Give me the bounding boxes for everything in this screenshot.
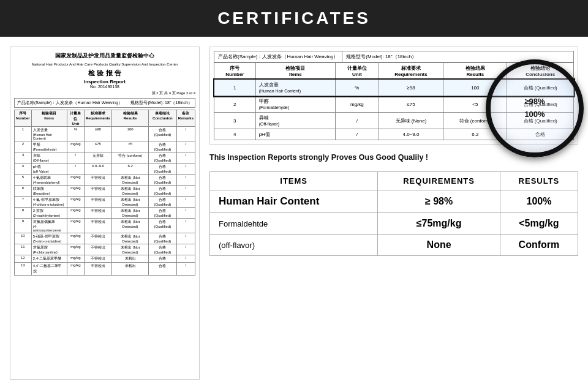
cell-item: 对氨基偶氮苯(4-aminoazobenzene) <box>31 219 67 233</box>
cell-number: 1 <box>15 127 32 141</box>
cell-result: 未检出 (Not Detected) <box>111 197 148 208</box>
inspection-center-name-zh: 国家发制品及护发用品质量监督检验中心 National Hair Product… <box>14 52 195 67</box>
cell-req: 不得检出 <box>84 219 111 233</box>
summary-col-req: REQUIREMENTS <box>378 172 500 190</box>
cell-unit: % <box>336 80 379 96</box>
cell-unit: mg/kg <box>67 141 84 152</box>
cell-unit: mg/kg <box>67 263 84 276</box>
table-row: 10 5-硝基-邻甲苯胺(5-nitro-o-toluidine) mg/kg … <box>15 233 195 244</box>
cell-req: 无异味 (None) <box>379 113 443 129</box>
page-title: CERTIFICATES <box>217 9 371 28</box>
cell-item: 2-萘胺(2-naphthylamine) <box>31 208 67 219</box>
cell-remark: / <box>176 141 195 152</box>
page-header: CERTIFICATES <box>0 0 588 37</box>
cell-remark: / <box>176 152 195 163</box>
cell-number: 12 <box>15 255 32 263</box>
cell-remark: / <box>176 163 195 175</box>
list-item: Formaldehtde ≤75mg/kg <5mg/kg <box>210 213 578 235</box>
cell-req: 不得检出 <box>84 233 111 244</box>
cell-item: 5-硝基-邻甲苯胺(5-nitro-o-toluidine) <box>31 233 67 244</box>
sample-info: 产品名称(Sample)：人发发条（Human Hair Weaving） 规格… <box>14 98 195 108</box>
cell-unit: mg/kg <box>67 244 84 255</box>
summary-col-results: RESULTS <box>500 172 578 190</box>
cell-remark: / <box>176 186 195 197</box>
summary-col-items: ITEMS <box>210 172 378 190</box>
table-row: 3 异味(Off-flavor) / 无异味 符合 (conform) 合格 (… <box>15 152 195 163</box>
main-content: 国家发制品及护发用品质量监督检验中心 National Hair Product… <box>0 37 588 386</box>
cell-number: 10 <box>15 233 32 244</box>
cell-req: 4.0~9.0 <box>379 129 443 140</box>
table-row: 13 4,4'-二氨基二苯甲烷 mg/kg 不得检出 未检出 合格 / <box>15 263 195 276</box>
cell-req: ≤75 <box>379 96 443 113</box>
report-title: 检 验 报 告 <box>14 69 195 78</box>
summary-result: Conform <box>500 235 578 256</box>
cell-conclusion: 合格 (Qualified) <box>507 96 574 113</box>
cell-req: ≥98 <box>379 80 443 96</box>
col-items: 检验项目Items <box>31 110 67 127</box>
cell-result: 未检出 (Not Detected) <box>111 208 148 219</box>
cell-number: 2 <box>15 141 32 152</box>
cell-unit: mg/kg <box>336 96 379 113</box>
cell-item: 甲醛(Formaldehyde) <box>255 96 335 113</box>
table-row: 2 甲醛(Formaldehyde) mg/kg ≤75 <5 合格 (Qual… <box>15 141 195 152</box>
cell-conclusion: 合格 (Qualified) <box>507 80 574 96</box>
doc-col-unit: 计量单位Unit <box>336 63 379 80</box>
cell-conclusion: 合格 (Qualified) <box>149 197 176 208</box>
cell-unit: mg/kg <box>67 219 84 233</box>
cell-req: ≤75 <box>84 141 111 152</box>
cell-conclusion: 合格 <box>149 255 176 263</box>
cell-unit: mg/kg <box>67 186 84 197</box>
cell-unit: mg/kg <box>67 208 84 219</box>
summary-result: <5mg/kg <box>500 213 578 235</box>
cell-number: 5 <box>15 175 32 186</box>
cell-item: 异味(Off-flavor) <box>31 152 67 163</box>
cell-number: 13 <box>15 263 32 276</box>
cell-req: 不得检出 <box>84 244 111 255</box>
cell-result: 6.2 <box>443 129 507 140</box>
cell-number: 11 <box>15 244 32 255</box>
cell-item: 异味(Off-flavor) <box>255 113 335 129</box>
cell-result: 符合 (conform) <box>443 113 507 129</box>
cell-conclusion: 合格 (Qualified) <box>149 127 176 141</box>
col-conclusion: 单项结论Conclusion <box>149 110 176 127</box>
cell-req: 不得检出 <box>84 175 111 186</box>
doc-col-req: 标准要求Requirements <box>379 63 443 80</box>
cell-conclusion: 合格 (Qualified) <box>149 208 176 219</box>
cell-conclusion: 合格 (Qualified) <box>149 163 176 175</box>
cell-number: 3 <box>15 152 32 163</box>
list-item: Human Hair Content ≥ 98% 100% <box>210 190 578 213</box>
cell-result: 未检出 (Not Detected) <box>111 175 148 186</box>
summary-table: ITEMS REQUIREMENTS RESULTS Human Hair Co… <box>209 171 578 256</box>
table-row: 7 4-氯-邻甲基苯胺(4-chloro-o-toluidine) mg/kg … <box>15 197 195 208</box>
summary-item-label: Human Hair Content <box>210 190 378 213</box>
cell-remark: / <box>176 219 195 233</box>
cell-item: pH值(pH Value) <box>31 163 67 175</box>
cell-remark: / <box>176 175 195 186</box>
col-results: 检验结果Results <box>111 110 148 127</box>
cell-remark: / <box>176 127 195 141</box>
cell-conclusion: 合格 <box>149 263 176 276</box>
summary-req: None <box>378 235 500 256</box>
cell-item: 人发含量(Human Hair Content) <box>255 80 335 96</box>
cell-remark: / <box>176 255 195 263</box>
cell-req: 不得检出 <box>84 208 111 219</box>
cell-number: 2 <box>214 96 256 113</box>
doc-col-conclusion: 检验结论Conclusions <box>507 63 574 80</box>
cell-conclusion: 合格 <box>507 129 574 140</box>
summary-item-label: (off-flavor) <box>210 235 378 256</box>
cell-item: 4-氯-邻甲基苯胺(4-chloro-o-toluidine) <box>31 197 67 208</box>
table-row: 2 甲醛(Formaldehyde) mg/kg ≤75 <5 合格 (Qual… <box>214 96 574 113</box>
page-info: 第 2 页 共 4 页 Page 2 of 4 <box>14 91 195 96</box>
cell-req: 不得检出 <box>84 197 111 208</box>
doc-col-number: 序号Number <box>214 63 256 80</box>
table-row: 4 pH值(pH Value) / 4.0~9.0 6.2 合格 (Qualif… <box>15 163 195 175</box>
cell-unit: mg/kg <box>67 175 84 186</box>
table-row: 6 联苯胺(Benzidine) mg/kg 不得检出 未检出 (Not Det… <box>15 186 195 197</box>
cell-conclusion: 合格 (Qualified) <box>149 244 176 255</box>
cell-number: 4 <box>15 163 32 175</box>
cell-number: 3 <box>214 113 256 129</box>
cell-unit: / <box>67 163 84 175</box>
doc-col-items: 检验项目Items <box>255 63 335 80</box>
summary-req: ≥ 98% <box>378 190 500 213</box>
summary-item-label: Formaldehtde <box>210 213 378 235</box>
